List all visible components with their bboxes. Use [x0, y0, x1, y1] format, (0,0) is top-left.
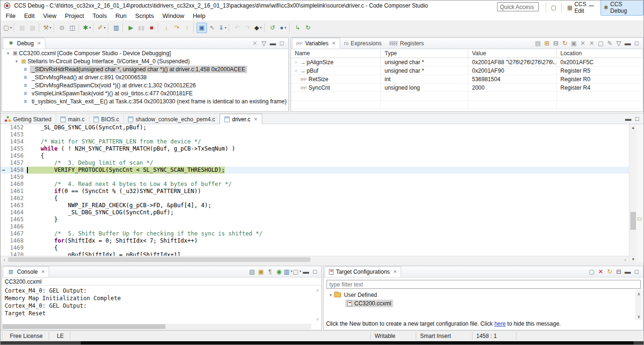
flash-button[interactable]: ✐▾ — [96, 23, 107, 33]
minimize-button[interactable]: ▬ — [623, 267, 632, 276]
column-header-value[interactable]: Value — [468, 49, 557, 58]
stack-frame[interactable]: ≡_SlDrvMsgRead() at driver.c:891 0x20006… — [2, 73, 288, 81]
menu-item-run[interactable]: Run — [111, 11, 131, 20]
variable-row[interactable]: ›→pBufunsigned char *0x2001AF90Register … — [291, 67, 643, 75]
pointer-mode-button[interactable]: ⇖ — [207, 23, 217, 33]
step-into-assembly-button[interactable]: ↳ — [292, 23, 303, 33]
suspend-button[interactable]: ▮▮ — [136, 23, 146, 33]
tab-expressions[interactable]: ƒ()Expressions — [340, 38, 386, 49]
open-resource-button[interactable]: ◫ — [67, 23, 77, 33]
column-header-location[interactable]: Location — [557, 49, 643, 58]
code-line[interactable]: 1462 { — [0, 195, 629, 202]
refresh-target-button[interactable]: ↺ — [267, 23, 278, 33]
menu-item-tools[interactable]: Tools — [88, 11, 111, 20]
scroll-down-icon[interactable]: ▾ — [629, 256, 637, 262]
clear-console-button[interactable]: ▧ — [248, 267, 257, 276]
maximize-button[interactable]: □ — [310, 267, 319, 276]
step-back-over-button[interactable]: ↷ — [242, 23, 253, 33]
menu-item-window[interactable]: Window — [158, 11, 189, 20]
code-line[interactable]: 1467 /* 5. Shift Buffer Up for checking … — [0, 230, 629, 237]
tab-debug[interactable]: ✱ Debug ✕ — [3, 38, 45, 49]
minimize-button[interactable]: ▬ — [623, 39, 632, 47]
menu-item-file[interactable]: File — [1, 11, 20, 20]
tab-target-configurations[interactable]: Target Configurations ✕ — [325, 266, 401, 277]
editor-tab-getting-started[interactable]: Getting Started — [0, 114, 56, 125]
editor-tab-shadow-console-echo-pem4-c[interactable]: shadow_console_echo_pem4.c — [124, 114, 220, 125]
edit-expression-button[interactable]: ✎ — [605, 39, 614, 47]
code-line[interactable]: 1466 — [0, 223, 629, 230]
code-line[interactable]: 1453 — [0, 131, 629, 138]
annotation-marker[interactable] — [637, 218, 642, 220]
save-button[interactable]: ▦ — [17, 23, 27, 33]
column-header-name[interactable]: Name — [291, 49, 381, 58]
refresh-button[interactable]: ↻ — [605, 267, 614, 276]
scrollbar-thumb[interactable] — [630, 212, 636, 230]
menu-item-project[interactable]: Project — [60, 11, 88, 20]
stack-frame[interactable]: ≡_SlDrvMsgReadSpawnCtx(void *)() at driv… — [2, 81, 288, 89]
console-horizontal-scrollbar[interactable] — [2, 324, 311, 329]
disassembly-button[interactable]: ▥ — [111, 23, 121, 33]
variable-row[interactable]: (x)=RetSizeint536981504Register R0 — [291, 75, 643, 84]
resume-button[interactable]: ▶ — [126, 23, 136, 33]
quick-access-input[interactable] — [497, 2, 539, 11]
collapse-all-button[interactable]: ⊟ — [551, 39, 560, 47]
save-all-button[interactable]: ▩ — [27, 23, 38, 33]
code-line[interactable]: 1463 NWP_IF_READ_CHECK(g_pCB->FD, &pBuf[… — [0, 202, 629, 209]
remove-all-button[interactable]: ✕ — [587, 39, 596, 47]
debug-core-node[interactable]: ▾ ▦ Stellaris In-Circuit Debug Interface… — [2, 57, 288, 65]
debug-session-node[interactable]: ▾ ▣ CC3200.ccxml [Code Composer Studio -… — [2, 49, 288, 57]
code-line[interactable]: 1470 pBuf[ShiftIdx] = pBuf[ShiftIdx+1] — [0, 252, 629, 256]
editor-horizontal-scrollbar[interactable]: ‹ › — [0, 256, 629, 262]
pin-console-button[interactable]: ◉ — [275, 267, 283, 276]
remove-all-button[interactable]: ✕ — [250, 39, 259, 47]
freeze-button[interactable]: ▣ — [569, 39, 578, 47]
scroll-up-icon[interactable]: ∧ — [635, 291, 643, 297]
expander-icon[interactable]: › — [293, 59, 299, 65]
code-line[interactable]: 1465 } — [0, 216, 629, 223]
step-back-into-button[interactable]: ↶ — [232, 23, 242, 33]
close-tab-icon[interactable]: ✕ — [37, 41, 41, 46]
variable-row[interactable]: ›→pAlignSizeunsigned char *0x2001AF88 "\… — [291, 58, 643, 67]
step-return-button[interactable]: ↑ — [182, 23, 192, 33]
expander-icon[interactable]: › — [293, 68, 299, 73]
column-header-type[interactable]: Type — [381, 49, 468, 58]
menu-item-edit[interactable]: Edit — [20, 11, 39, 20]
maximize-button[interactable]: □ — [632, 39, 641, 47]
stack-frame[interactable]: ≡_SlDrvRxHdrRead(unsigned char *, unsign… — [2, 65, 288, 73]
remove-button[interactable]: ✕ — [578, 39, 587, 47]
close-tab-icon[interactable]: ✕ — [332, 41, 335, 46]
console-vertical-scrollbar[interactable]: ∧ ∨ — [314, 287, 321, 322]
code-line[interactable]: 1461 if(0 == (SyncCnt % (_u32)SYNC_PATTE… — [0, 188, 629, 195]
word-wrap-button[interactable]: ¶ — [266, 267, 275, 276]
chevron-down-icon[interactable]: ▾ — [13, 59, 20, 64]
scroll-lock-button[interactable]: ▣ — [257, 267, 266, 276]
step-over-button[interactable]: ↷ — [172, 23, 182, 33]
minimize-button[interactable]: ▬ — [301, 267, 310, 276]
new-file-button[interactable]: ▢▾ — [2, 23, 13, 33]
tab-registers[interactable]: 1010 0101Registers — [386, 38, 428, 49]
target-vertical-scrollbar[interactable]: ∧ ∨ — [635, 291, 642, 320]
editor-vertical-scrollbar[interactable]: ▴ ▾ — [629, 124, 636, 262]
refresh-variables-button[interactable]: ↻ — [560, 39, 569, 47]
menu-item-help[interactable]: Help — [189, 11, 210, 20]
code-line[interactable]: 1452 _SL_DBG_SYNC_LOG(SyncCnt,pBuf); — [0, 124, 629, 131]
variable-row[interactable]: (x)=SyncCntunsigned long2000Register R4 — [291, 84, 643, 92]
code-line[interactable]: 1460 /* 4. Read next 4 bytes to Low 4 by… — [0, 181, 629, 188]
scroll-left-icon[interactable]: ‹ — [0, 257, 8, 262]
view-menu-button[interactable]: ▽ — [259, 39, 268, 47]
tab-console[interactable]: ▥ Console ✕ — [3, 266, 49, 277]
target-tree-folder[interactable]: ▾ User Defined — [324, 291, 643, 299]
debug-button[interactable]: ✱▾ — [82, 23, 92, 33]
delete-button[interactable]: ✕ — [596, 267, 605, 276]
scroll-up-icon[interactable]: ▴ — [629, 124, 637, 131]
editor-tab-bios-c[interactable]: BIOS.c — [89, 114, 124, 125]
code-line[interactable]: 1458 VERIFY_PROTOCOL(SyncCnt < SL_SYNC_S… — [0, 167, 629, 174]
scrollbar-thumb[interactable] — [2, 324, 165, 329]
step-into-button[interactable]: ↓ — [161, 23, 172, 33]
scroll-down-icon[interactable]: ∨ — [635, 313, 643, 320]
flash-program-button[interactable]: ◆▾ — [253, 23, 263, 33]
instruction-stepping-button[interactable]: ▣ — [197, 23, 207, 33]
code-editor[interactable]: 1452 _SL_DBG_SYNC_LOG(SyncCnt,pBuf);1453… — [0, 124, 629, 256]
minimize-button[interactable]: ▬ — [624, 115, 633, 123]
close-tab-icon[interactable]: ✕ — [254, 117, 258, 122]
